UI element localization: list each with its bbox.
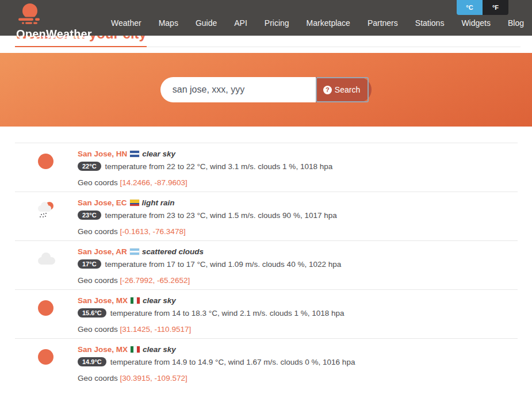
brand-name: OpenWeather (16, 28, 92, 41)
city-search-form: ? Search (160, 77, 372, 102)
city-link[interactable]: San Jose, AR (78, 247, 127, 256)
search-banner: ? Search (0, 53, 532, 127)
search-button-focus-ring: ? Search (316, 77, 372, 102)
city-search-input[interactable] (160, 77, 316, 102)
geo-coords-label: Geo coords (78, 276, 118, 285)
flag-ecuador-icon (130, 200, 139, 206)
weather-description: temperature from 22 to 22 °C, wind 3.1 m… (105, 162, 333, 171)
result-row: San Jose, HN clear sky 22°C temperature … (15, 143, 518, 192)
top-navigation-bar: OpenWeather Weather Maps Guide API Prici… (0, 0, 532, 36)
search-results-list: San Jose, HN clear sky 22°C temperature … (0, 143, 532, 387)
nav-item-maps[interactable]: Maps (150, 18, 187, 28)
result-row: San Jose, MX clear sky 15.6°C temperatur… (15, 289, 518, 338)
geo-coords-label: Geo coords (78, 325, 118, 334)
nav-item-widgets[interactable]: Widgets (453, 18, 499, 28)
search-button-label: Search (335, 85, 360, 94)
weather-condition: clear sky (143, 345, 176, 354)
nav-item-marketplace[interactable]: Marketplace (298, 18, 359, 28)
help-question-icon: ? (323, 86, 332, 94)
city-link[interactable]: San Jose, MX (78, 296, 128, 305)
flag-argentina-icon (130, 248, 139, 255)
weather-condition: scattered clouds (142, 247, 204, 256)
geo-coords-value: [30.3915, -109.572] (120, 374, 187, 382)
temperature-badge: 23°C (78, 211, 101, 220)
weather-condition: clear sky (143, 296, 176, 305)
weather-condition: light rain (142, 198, 175, 207)
geo-coords-value: [-0.1613, -76.3478] (120, 227, 186, 236)
clear-sky-icon (37, 299, 56, 318)
geo-coords-label: Geo coords (78, 227, 118, 236)
temperature-badge: 17°C (78, 259, 101, 269)
result-row: San Jose, MX clear sky 14.9°C temperatur… (15, 338, 518, 387)
geo-coords-value: [31.1425, -110.9517] (120, 325, 192, 334)
nav-item-stations[interactable]: Stations (407, 18, 453, 28)
weather-condition: clear sky (142, 150, 175, 158)
flag-mexico-icon (131, 346, 140, 353)
light-rain-icon (37, 201, 56, 220)
nav-item-blog[interactable]: Blog (499, 18, 524, 28)
nav-item-pricing[interactable]: Pricing (256, 18, 298, 28)
temperature-badge: 14.9°C (78, 357, 106, 366)
fahrenheit-toggle-button[interactable]: °F (483, 0, 508, 15)
openweather-logo[interactable]: OpenWeather (16, 3, 92, 41)
nav-item-partners[interactable]: Partners (359, 18, 407, 28)
result-row: San Jose, AR scattered clouds 17°C tempe… (15, 240, 518, 289)
nav-item-weather[interactable]: Weather (102, 18, 150, 28)
celsius-toggle-button[interactable]: °C (457, 0, 483, 15)
geo-coords-label: Geo coords (78, 374, 118, 382)
weather-description: temperature from 23 to 23 °C, wind 1.5 m… (105, 211, 337, 220)
clear-sky-icon (37, 347, 56, 367)
main-nav: Weather Maps Guide API Pricing Marketpla… (102, 18, 532, 36)
weather-description: temperature from 17 to 17 °C, wind 1.09 … (105, 260, 342, 269)
geo-coords-label: Geo coords (78, 178, 118, 187)
city-link[interactable]: San Jose, MX (78, 345, 128, 354)
flag-honduras-icon (130, 151, 139, 157)
sun-logo-icon (16, 3, 92, 27)
unit-toggle: °C °F (457, 0, 508, 15)
city-link[interactable]: San Jose, HN (78, 150, 127, 158)
geo-coords-value: [-26.7992, -65.2652] (120, 276, 190, 285)
weather-description: temperature from 14 to 18.3 °C, wind 2.1… (110, 309, 345, 318)
geo-coords-value: [14.2466, -87.9603] (120, 178, 187, 187)
city-link[interactable]: San Jose, EC (78, 198, 127, 207)
weather-description: temperature from 14.9 to 14.9 °C, wind 1… (110, 358, 355, 366)
clear-sky-icon (37, 152, 56, 171)
temperature-badge: 15.6°C (78, 308, 106, 318)
scattered-clouds-icon (37, 250, 56, 269)
search-button[interactable]: ? Search (316, 77, 372, 102)
flag-mexico-icon (131, 297, 140, 304)
nav-item-guide[interactable]: Guide (187, 18, 225, 28)
title-divider (147, 47, 520, 47)
nav-item-api[interactable]: API (225, 18, 256, 28)
result-row: San Jose, EC light rain 23°C temperature… (15, 192, 518, 240)
temperature-badge: 22°C (78, 162, 101, 171)
